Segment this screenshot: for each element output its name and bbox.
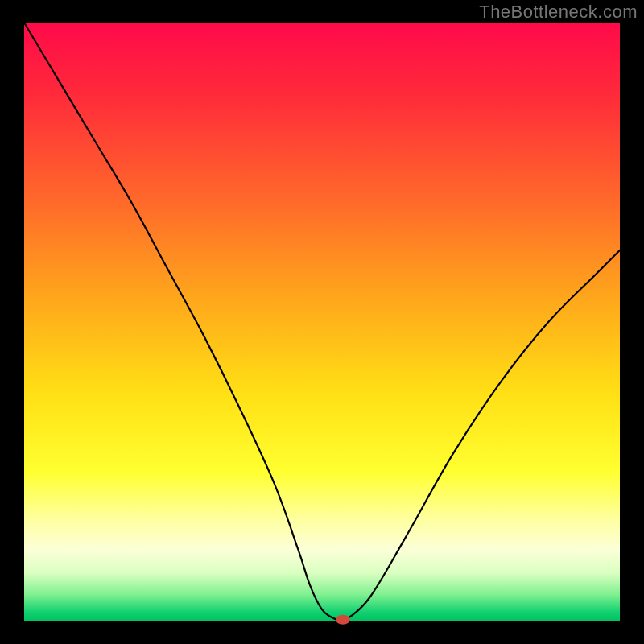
chart-gradient-background [24,23,620,621]
bottleneck-chart [0,0,644,644]
optimal-point-marker [336,615,350,625]
watermark-text: TheBottleneck.com [479,2,638,23]
